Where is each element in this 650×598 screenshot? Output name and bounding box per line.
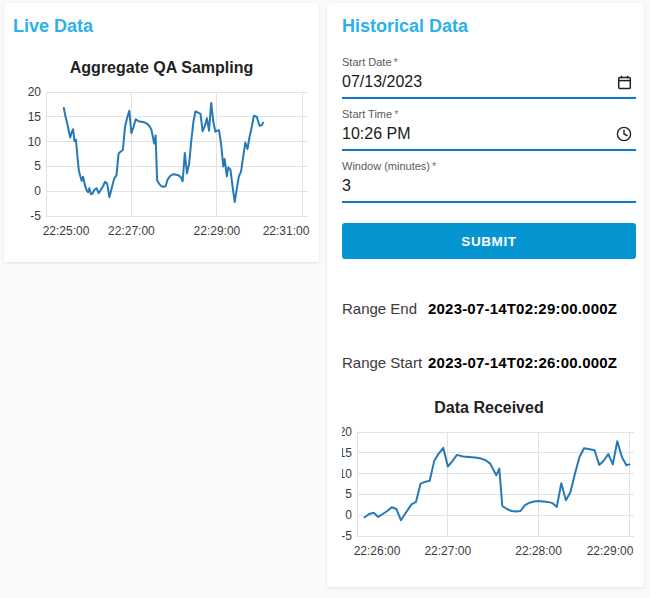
svg-text:22:28:00: 22:28:00: [515, 544, 562, 558]
range-end-label: Range End: [342, 300, 422, 318]
range-start-row: Range Start 2023-07-14T02:26:00.000Z: [342, 354, 636, 372]
start-date-field[interactable]: Start Date* 07/13/2023: [342, 56, 636, 99]
range-start-label: Range Start: [342, 354, 422, 372]
window-minutes-field[interactable]: Window (minutes)* 3: [342, 160, 636, 203]
page-background: { "theme": { "accent_blue": "#2cb1ea", "…: [0, 0, 650, 598]
svg-text:22:25:00: 22:25:00: [42, 224, 89, 238]
svg-text:22:27:00: 22:27:00: [108, 224, 155, 238]
live-panel-title: Live Data: [13, 15, 319, 37]
svg-text:15: 15: [27, 110, 41, 124]
historical-panel-title: Historical Data: [342, 15, 636, 37]
live-data-card: Live Data Aggregate QA Sampling 20151050…: [4, 3, 319, 262]
range-end-value: 2023-07-14T02:29:00.000Z: [428, 300, 617, 318]
svg-text:-5: -5: [342, 529, 352, 543]
data-received-chart[interactable]: 20151050-522:26:0022:27:0022:28:0022:29:…: [342, 424, 636, 566]
calendar-icon[interactable]: [617, 75, 632, 90]
svg-text:10: 10: [342, 467, 352, 481]
svg-text:22:27:00: 22:27:00: [424, 544, 471, 558]
svg-text:22:31:00: 22:31:00: [262, 224, 309, 238]
required-marker: *: [394, 56, 398, 68]
start-time-field[interactable]: Start Time* 10:26 PM: [342, 108, 636, 151]
svg-text:22:26:00: 22:26:00: [354, 544, 401, 558]
start-time-value: 10:26 PM: [342, 124, 410, 144]
historical-data-card: Historical Data Start Date* 07/13/2023 S…: [327, 3, 644, 587]
svg-text:20: 20: [27, 85, 41, 99]
svg-text:5: 5: [34, 159, 41, 173]
clock-icon[interactable]: [616, 126, 632, 142]
window-minutes-label: Window (minutes): [342, 160, 430, 172]
data-received-chart-title: Data Received: [342, 398, 636, 418]
svg-text:20: 20: [342, 425, 352, 439]
range-start-value: 2023-07-14T02:26:00.000Z: [428, 354, 617, 372]
start-date-value: 07/13/2023: [342, 72, 422, 92]
start-date-label: Start Date: [342, 56, 392, 68]
submit-button[interactable]: SUBMIT: [342, 223, 636, 259]
svg-text:0: 0: [34, 184, 41, 198]
start-time-label: Start Time: [342, 108, 392, 120]
range-end-row: Range End 2023-07-14T02:29:00.000Z: [342, 300, 636, 318]
live-chart-title: Aggregate QA Sampling: [4, 58, 319, 78]
svg-text:5: 5: [345, 487, 352, 501]
svg-text:22:29:00: 22:29:00: [587, 544, 634, 558]
svg-text:15: 15: [342, 446, 352, 460]
window-minutes-value: 3: [342, 176, 351, 196]
required-marker: *: [394, 108, 398, 120]
svg-text:-5: -5: [30, 209, 41, 223]
svg-text:22:29:00: 22:29:00: [193, 224, 240, 238]
live-chart[interactable]: 20151050-522:25:0022:27:0022:29:0022:31:…: [12, 84, 312, 246]
required-marker: *: [432, 160, 436, 172]
svg-text:0: 0: [345, 508, 352, 522]
svg-text:10: 10: [27, 135, 41, 149]
